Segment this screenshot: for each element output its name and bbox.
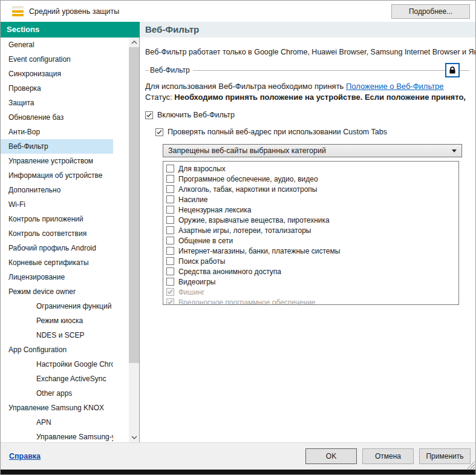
category-label: Оружие, взрывчатые вещества, пиротехника	[178, 216, 330, 224]
category-label: Для взрослых	[178, 165, 226, 173]
sidebar-item[interactable]: Ограничения функций	[1, 299, 113, 313]
sidebar-item[interactable]: Рабочий профиль Android	[1, 241, 113, 255]
category-label: Общение в сети	[178, 237, 233, 245]
category-checkbox[interactable]	[166, 175, 174, 183]
category-row: Поиск работы	[163, 256, 458, 266]
sidebar-item[interactable]: Веб-Фильтр	[1, 139, 113, 154]
lock-icon[interactable]	[445, 63, 460, 77]
enable-webfilter-checkbox[interactable]	[145, 111, 153, 119]
sidebar-item[interactable]: General	[1, 38, 113, 52]
sidebar-item[interactable]: Защита	[1, 96, 113, 110]
category-row: Программное обеспечение, аудио, видео	[163, 174, 458, 184]
button-group: OK Отмена Применить	[305, 448, 471, 464]
category-label: Фишинг	[178, 288, 204, 296]
category-row: Видеоигры	[163, 277, 458, 287]
category-checkbox[interactable]	[166, 206, 174, 214]
sidebar-item[interactable]: Дополнительно	[1, 183, 113, 197]
cancel-button[interactable]: Отмена	[362, 448, 414, 464]
sidebar-item[interactable]: Лицензирование	[1, 270, 113, 284]
category-label: Вредоносное программное обеспечение	[178, 298, 316, 306]
category-checkbox[interactable]	[166, 185, 174, 193]
scroll-down-button[interactable]	[129, 433, 139, 442]
groupbox-line	[460, 70, 469, 71]
ok-button[interactable]: OK	[305, 448, 357, 464]
webfilter-statement-link[interactable]: Положение о Веб-Фильтре	[346, 82, 444, 91]
category-row: Оружие, взрывчатые вещества, пиротехника	[163, 215, 458, 225]
category-row: Вредоносное программное обеспечение	[163, 297, 458, 305]
main-content: Веб-Фильтр работает только в Google Chro…	[140, 38, 475, 442]
category-checkbox[interactable]	[166, 267, 174, 275]
protection-level-title: Средний уровень защиты	[29, 7, 119, 16]
help-link[interactable]: Справка	[9, 452, 41, 460]
category-label: Поиск работы	[178, 257, 225, 266]
sidebar-item[interactable]: Режим киоска	[1, 313, 113, 328]
category-label: Программное обеспечение, аудио, видео	[178, 175, 318, 183]
chevron-down-icon	[131, 436, 137, 439]
titlebar: Средний уровень защиты Подробнее...	[1, 1, 475, 22]
sidebar-item[interactable]: Управление устройством	[1, 154, 113, 168]
full-url-checkbox[interactable]	[155, 128, 163, 136]
sidebar-item[interactable]: Exchange ActiveSync	[1, 372, 113, 386]
check-icon	[146, 112, 152, 119]
page-title: Веб-Фильтр	[140, 22, 475, 38]
category-checkbox[interactable]	[166, 165, 174, 172]
protection-level-bars-icon	[12, 6, 24, 16]
sidebar-item[interactable]: App Configuration	[1, 342, 113, 357]
accept-text: Для использования Веб-Фильтра необходимо…	[145, 82, 346, 91]
status-text: Необходимо принять положение на устройст…	[174, 93, 466, 102]
chevron-down-icon	[452, 149, 457, 152]
sidebar-item[interactable]: Контроль приложений	[1, 212, 113, 226]
category-checkbox[interactable]	[166, 247, 174, 255]
category-label: Азартные игры, лотереи, тотализаторы	[178, 226, 311, 235]
sidebar-item[interactable]: Event configuration	[1, 52, 113, 67]
category-checkbox[interactable]	[166, 237, 174, 244]
sidebar-item[interactable]: Обновление баз	[1, 110, 113, 125]
main-panel: Веб-Фильтр Веб-Фильтр работает только в …	[140, 22, 475, 442]
apply-button[interactable]: Применить	[419, 448, 471, 464]
footer: Справка OK Отмена Применить	[1, 442, 475, 470]
sidebar-item[interactable]: Синхронизация	[1, 67, 113, 81]
category-checkbox[interactable]	[166, 195, 174, 203]
category-checkbox[interactable]	[166, 278, 174, 286]
sidebar-item[interactable]: APN	[1, 415, 113, 430]
sidebar-item[interactable]: Управление Samsung KNOX	[1, 401, 113, 415]
category-checkbox[interactable]	[166, 257, 174, 265]
filter-mode-dropdown[interactable]: Запрещены веб-сайты выбранных категорий	[163, 144, 462, 157]
category-label: Интернет-магазины, банки, платежные сист…	[178, 247, 340, 255]
sidebar-item[interactable]: Контроль соответствия	[1, 226, 113, 241]
sidebar-item[interactable]: Wi-Fi	[1, 197, 113, 212]
sidebar-item[interactable]: Other apps	[1, 386, 113, 401]
sidebar-item[interactable]: Анти-Вор	[1, 125, 113, 139]
category-row: Азартные игры, лотереи, тотализаторы	[163, 225, 458, 235]
category-row: Насилие	[163, 194, 458, 205]
sidebar-item[interactable]: Настройки Google Chrome	[1, 357, 113, 372]
sidebar-item[interactable]: Режим device owner	[1, 284, 113, 299]
check-icon	[156, 129, 163, 136]
status-line: Статус: Необходимо принять положение на …	[145, 93, 475, 102]
enable-webfilter-row: Включить Веб-Фильтр	[145, 111, 475, 119]
webfilter-groupbox-header: Веб-Фильтр	[145, 63, 469, 77]
details-button[interactable]: Подробнее...	[391, 4, 470, 19]
sidebar-item[interactable]: Управление Samsung-устройством	[1, 430, 113, 442]
enable-webfilter-label: Включить Веб-Фильтр	[157, 111, 235, 119]
intro-text: Веб-Фильтр работает только в Google Chro…	[145, 48, 475, 56]
sidebar-item[interactable]: Корневые сертификаты	[1, 255, 113, 270]
sidebar-header: Sections	[1, 22, 140, 38]
sidebar-item[interactable]: NDES и SCEP	[1, 328, 113, 342]
sidebar: Sections GeneralEvent configurationСинхр…	[1, 22, 140, 442]
category-list: Для взрослыхПрограммное обеспечение, ауд…	[163, 161, 459, 305]
sidebar-item[interactable]: Информация об устройстве	[1, 168, 113, 183]
category-checkbox[interactable]	[166, 216, 174, 224]
scroll-up-button[interactable]	[129, 38, 139, 47]
window-bottom-edge	[1, 470, 475, 474]
groupbox-label: Веб-Фильтр	[149, 66, 193, 74]
content-row: Sections GeneralEvent configurationСинхр…	[1, 22, 475, 442]
category-checkbox[interactable]	[166, 226, 174, 234]
category-checkbox	[166, 288, 174, 296]
sidebar-item[interactable]: Проверка	[1, 81, 113, 96]
category-label: Средства анонимного доступа	[178, 267, 281, 276]
chevron-up-icon	[131, 41, 137, 44]
sidebar-scrollbar[interactable]	[129, 38, 139, 442]
scrollbar-thumb[interactable]	[129, 47, 139, 363]
level-bar-top	[12, 6, 24, 8]
